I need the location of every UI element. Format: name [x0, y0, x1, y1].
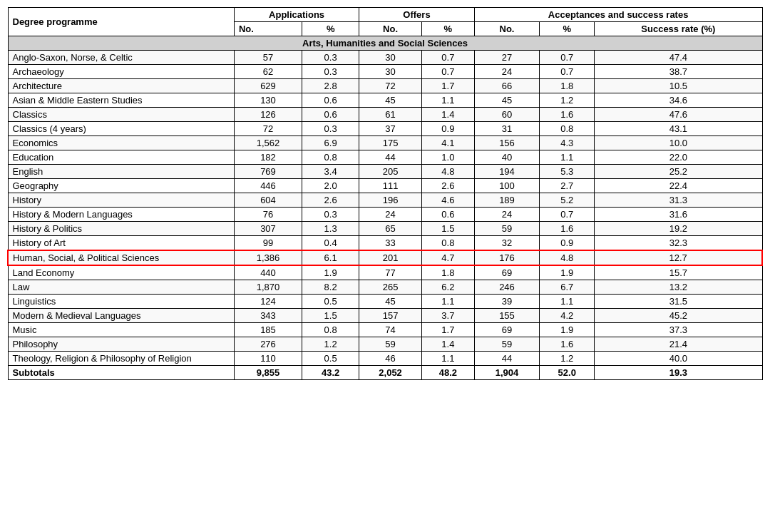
- cell-value: 65: [359, 222, 422, 236]
- table-row: History6042.61964.61895.231.3: [8, 193, 762, 208]
- cell-value: 40.0: [595, 352, 762, 366]
- cell-value: 13.2: [595, 280, 762, 295]
- col-header-acc-pct: %: [540, 22, 595, 36]
- table-row: Economics1,5626.91754.11564.310.0: [8, 136, 762, 150]
- cell-value: 1.3: [302, 222, 359, 236]
- cell-value: 1.2: [540, 352, 595, 366]
- table-wrapper: Degree programme Applications Offers Acc…: [7, 7, 763, 380]
- cell-value: 2.7: [540, 179, 595, 193]
- cell-value: 37.3: [595, 323, 762, 337]
- data-table: Degree programme Applications Offers Acc…: [7, 7, 763, 380]
- cell-programme: Modern & Medieval Languages: [8, 309, 234, 323]
- cell-value: 1.7: [421, 323, 474, 337]
- section-header-label: Arts, Humanities and Social Sciences: [8, 36, 762, 51]
- cell-value: 24: [359, 208, 422, 222]
- cell-value: 6.2: [421, 280, 474, 295]
- cell-value: 1.2: [540, 93, 595, 108]
- cell-programme: Theology, Religion & Philosophy of Relig…: [8, 352, 234, 366]
- cell-value: 0.3: [302, 208, 359, 222]
- cell-programme: Economics: [8, 136, 234, 150]
- cell-value: 1.9: [540, 323, 595, 337]
- cell-value: 110: [234, 352, 302, 366]
- cell-value: 31.6: [595, 208, 762, 222]
- cell-value: 1,870: [234, 280, 302, 295]
- cell-value: 72: [234, 122, 302, 136]
- cell-programme: Geography: [8, 179, 234, 193]
- cell-value: 1.1: [540, 295, 595, 309]
- cell-value: 32.3: [595, 236, 762, 251]
- cell-value: 77: [359, 265, 422, 280]
- cell-value: 769: [234, 165, 302, 179]
- cell-value: 24: [474, 65, 540, 79]
- cell-value: 1.5: [421, 222, 474, 236]
- cell-value: 0.7: [421, 65, 474, 79]
- cell-value: 45: [359, 93, 422, 108]
- cell-value: 24: [474, 208, 540, 222]
- cell-value: 2.6: [421, 179, 474, 193]
- cell-value: 47.4: [595, 51, 762, 65]
- cell-programme: Archaeology: [8, 65, 234, 79]
- table-row: Philosophy2761.2591.4591.621.4: [8, 337, 762, 352]
- cell-value: 22.0: [595, 150, 762, 165]
- table-row: History & Modern Languages760.3240.6240.…: [8, 208, 762, 222]
- cell-programme: Classics: [8, 108, 234, 122]
- col-header-offers: Offers: [359, 8, 475, 22]
- cell-value: 46: [359, 352, 422, 366]
- cell-value: 0.7: [421, 51, 474, 65]
- cell-value: 157: [359, 309, 422, 323]
- cell-value: 76: [234, 208, 302, 222]
- cell-value: 0.7: [540, 51, 595, 65]
- cell-value: 33: [359, 236, 422, 251]
- cell-value: 0.3: [302, 51, 359, 65]
- section-header-row: Arts, Humanities and Social Sciences: [8, 36, 762, 51]
- cell-value: 12.7: [595, 250, 762, 265]
- cell-value: 1.2: [302, 337, 359, 352]
- cell-value: 0.9: [540, 236, 595, 251]
- cell-value: 60: [474, 108, 540, 122]
- subtotals-row: Subtotals9,85543.22,05248.21,90452.019.3: [8, 366, 762, 380]
- cell-value: 45: [474, 93, 540, 108]
- cell-value: 130: [234, 93, 302, 108]
- table-row: Anglo-Saxon, Norse, & Celtic570.3300.727…: [8, 51, 762, 65]
- cell-value: 69: [474, 323, 540, 337]
- cell-programme: Asian & Middle Eastern Studies: [8, 93, 234, 108]
- table-row: Music1850.8741.7691.937.3: [8, 323, 762, 337]
- cell-value: 2.8: [302, 79, 359, 93]
- col-header-app-no: No.: [234, 22, 302, 36]
- table-row: English7693.42054.81945.325.2: [8, 165, 762, 179]
- cell-value: 155: [474, 309, 540, 323]
- cell-value: 38.7: [595, 65, 762, 79]
- cell-value: 25.2: [595, 165, 762, 179]
- cell-value: 59: [474, 337, 540, 352]
- cell-value: 182: [234, 150, 302, 165]
- cell-value: 1.1: [421, 295, 474, 309]
- cell-value: 1.5: [302, 309, 359, 323]
- cell-programme: Law: [8, 280, 234, 295]
- cell-value: 175: [359, 136, 422, 150]
- cell-value: 440: [234, 265, 302, 280]
- col-header-app-pct: %: [302, 22, 359, 36]
- cell-value: 4.8: [421, 165, 474, 179]
- subtotal-value: 48.2: [421, 366, 474, 380]
- cell-programme: English: [8, 165, 234, 179]
- cell-value: 39: [474, 295, 540, 309]
- cell-programme: Linguistics: [8, 295, 234, 309]
- cell-value: 31.3: [595, 193, 762, 208]
- cell-value: 1.6: [540, 337, 595, 352]
- cell-value: 1.4: [421, 337, 474, 352]
- table-row: Land Economy4401.9771.8691.915.7: [8, 265, 762, 280]
- cell-value: 0.8: [540, 122, 595, 136]
- col-header-off-pct: %: [421, 22, 474, 36]
- cell-value: 61: [359, 108, 422, 122]
- cell-value: 265: [359, 280, 422, 295]
- cell-value: 21.4: [595, 337, 762, 352]
- cell-value: 40: [474, 150, 540, 165]
- cell-programme: Philosophy: [8, 337, 234, 352]
- cell-value: 1.9: [302, 265, 359, 280]
- cell-value: 201: [359, 250, 422, 265]
- cell-value: 194: [474, 165, 540, 179]
- cell-programme: Architecture: [8, 79, 234, 93]
- cell-value: 307: [234, 222, 302, 236]
- cell-programme: History: [8, 193, 234, 208]
- cell-value: 1.6: [540, 108, 595, 122]
